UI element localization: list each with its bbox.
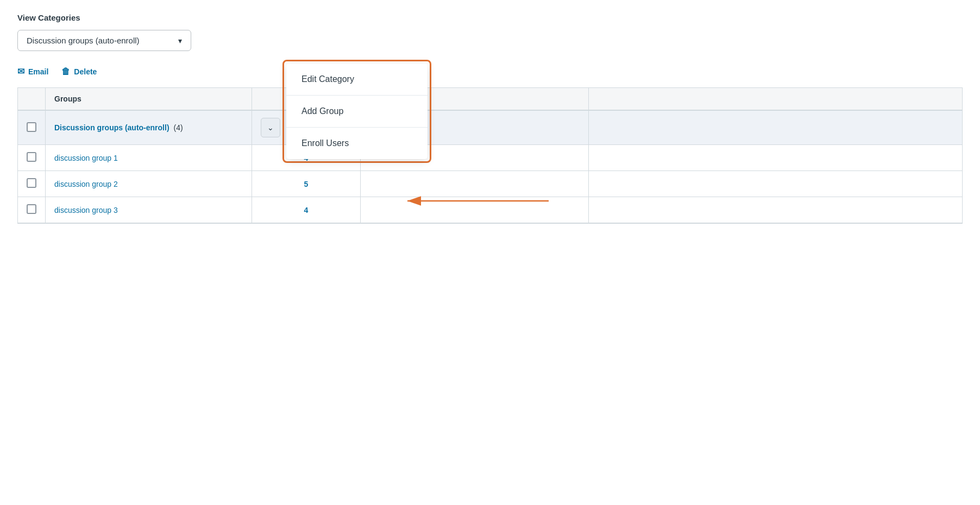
context-menu: Edit Category Add Group Enroll Users bbox=[286, 64, 428, 159]
row2-members-count[interactable]: 5 bbox=[304, 180, 309, 188]
table-header-row: Groups Assignment bbox=[18, 88, 962, 110]
menu-item-enroll-users-label: Enroll Users bbox=[301, 138, 349, 148]
row3-checkbox[interactable] bbox=[27, 204, 36, 214]
row3-assignment-cell bbox=[361, 197, 589, 223]
row2-name-link[interactable]: discussion group 2 bbox=[54, 180, 118, 188]
row1-name-cell: discussion group 1 bbox=[46, 145, 252, 171]
category-dropdown[interactable]: Discussion groups (auto-enroll) ▾ bbox=[17, 30, 191, 51]
page-container: View Categories Discussion groups (auto-… bbox=[0, 0, 980, 505]
category-dropdown-wrapper: Discussion groups (auto-enroll) ▾ bbox=[17, 30, 191, 51]
expand-button[interactable]: ⌄ bbox=[261, 118, 280, 137]
delete-icon: 🗑 bbox=[61, 67, 70, 77]
delete-label: Delete bbox=[74, 67, 97, 76]
email-label: Email bbox=[28, 67, 48, 76]
row2-checkbox[interactable] bbox=[27, 178, 36, 188]
menu-item-edit-category-label: Edit Category bbox=[301, 74, 354, 84]
group-parent-checkbox-cell bbox=[18, 110, 46, 145]
row3-name-link[interactable]: discussion group 3 bbox=[54, 206, 118, 214]
group-parent-name-cell: Discussion groups (auto-enroll) (4) bbox=[46, 110, 252, 145]
col-header-checkbox bbox=[18, 88, 46, 110]
group-parent-name-link[interactable]: Discussion groups (auto-enroll) bbox=[54, 123, 169, 132]
row1-name-link[interactable]: discussion group 1 bbox=[54, 154, 118, 162]
dropdown-arrow-icon: ▾ bbox=[178, 36, 182, 45]
row3-checkbox-cell bbox=[18, 197, 46, 223]
chevron-down-icon: ⌄ bbox=[267, 123, 274, 132]
row2-extra-cell bbox=[589, 171, 963, 197]
row1-checkbox[interactable] bbox=[27, 152, 36, 162]
col-header-groups: Groups bbox=[46, 88, 252, 110]
actions-row: ✉ Email 🗑 Delete bbox=[17, 64, 963, 79]
group-parent-extra-cell bbox=[589, 110, 963, 145]
context-menu-border: Edit Category Add Group Enroll Users bbox=[282, 60, 431, 163]
groups-table-container: Groups Assignment Discussion groups (aut… bbox=[17, 87, 963, 224]
col-header-extra bbox=[589, 88, 963, 110]
row3-members-count[interactable]: 4 bbox=[304, 206, 309, 214]
table-row-group-parent: Discussion groups (auto-enroll) (4) ⌄ bbox=[18, 110, 962, 145]
groups-table: Groups Assignment Discussion groups (aut… bbox=[18, 88, 962, 223]
context-menu-overlay: Edit Category Add Group Enroll Users bbox=[282, 60, 431, 163]
group-parent-count: (4) bbox=[173, 123, 183, 132]
row2-checkbox-cell bbox=[18, 171, 46, 197]
menu-item-add-group[interactable]: Add Group bbox=[286, 96, 428, 128]
table-row: discussion group 1 4 bbox=[18, 145, 962, 171]
menu-item-enroll-users[interactable]: Enroll Users bbox=[286, 128, 428, 159]
row3-members-cell: 4 bbox=[252, 197, 361, 223]
row3-name-cell: discussion group 3 bbox=[46, 197, 252, 223]
row2-name-cell: discussion group 2 bbox=[46, 171, 252, 197]
menu-item-edit-category[interactable]: Edit Category bbox=[286, 64, 428, 96]
group-parent-checkbox[interactable] bbox=[27, 122, 36, 132]
table-row: discussion group 2 5 bbox=[18, 171, 962, 197]
menu-item-add-group-label: Add Group bbox=[301, 106, 343, 116]
dropdown-selected-value: Discussion groups (auto-enroll) bbox=[27, 36, 140, 45]
row2-members-cell: 5 bbox=[252, 171, 361, 197]
delete-button[interactable]: 🗑 Delete bbox=[61, 65, 97, 79]
email-button[interactable]: ✉ Email bbox=[17, 64, 48, 79]
page-title: View Categories bbox=[17, 13, 963, 22]
table-row: discussion group 3 4 bbox=[18, 197, 962, 223]
email-icon: ✉ bbox=[17, 66, 24, 77]
row1-extra-cell bbox=[589, 145, 963, 171]
row3-extra-cell bbox=[589, 197, 963, 223]
row2-assignment-cell bbox=[361, 171, 589, 197]
row1-checkbox-cell bbox=[18, 145, 46, 171]
